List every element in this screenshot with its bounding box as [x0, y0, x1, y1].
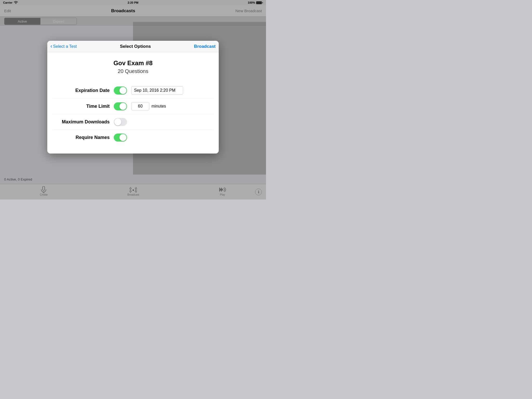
toggle-thumb: [119, 134, 127, 141]
exam-title: Gov Exam #8: [52, 59, 214, 67]
toggle-thumb: [119, 103, 127, 110]
require-names-toggle-container: [114, 134, 127, 142]
toggle-thumb: [114, 118, 121, 125]
require-names-toggle[interactable]: [114, 134, 127, 142]
time-limit-label: Time Limit: [52, 104, 110, 109]
back-chevron-icon: ‹: [50, 43, 52, 49]
time-limit-toggle[interactable]: [114, 102, 127, 110]
expiration-date-toggle[interactable]: [114, 87, 127, 95]
time-limit-extra: minutes: [131, 102, 208, 110]
expiration-date-row: Expiration Date: [52, 83, 214, 98]
time-limit-input[interactable]: [131, 102, 149, 110]
minutes-label: minutes: [151, 104, 166, 109]
time-limit-row: Time Limit minutes: [52, 98, 214, 114]
modal-title: Select Options: [120, 44, 151, 49]
broadcast-button[interactable]: Broadcast: [194, 44, 216, 49]
expiration-date-toggle-container: [114, 87, 127, 95]
options-list: Expiration Date Time Limit: [52, 83, 214, 145]
max-downloads-toggle[interactable]: [114, 118, 127, 126]
expiration-date-input[interactable]: [131, 86, 183, 95]
back-button[interactable]: ‹ Select a Test: [50, 44, 77, 49]
max-downloads-row: Maximum Downloads: [52, 114, 214, 130]
require-names-label: Require Names: [52, 135, 110, 140]
modal-nav: ‹ Select a Test Select Options Broadcast: [47, 41, 219, 52]
expiration-date-label: Expiration Date: [52, 88, 110, 93]
select-options-modal: ‹ Select a Test Select Options Broadcast…: [47, 41, 219, 154]
exam-subtitle: 20 Questions: [52, 68, 214, 74]
max-downloads-label: Maximum Downloads: [52, 119, 110, 125]
max-downloads-toggle-container: [114, 118, 127, 126]
time-limit-toggle-container: [114, 102, 127, 110]
expiration-date-extra: [131, 86, 208, 95]
require-names-row: Require Names: [52, 130, 214, 145]
modal-overlay: ‹ Select a Test Select Options Broadcast…: [0, 0, 266, 200]
modal-content: Gov Exam #8 20 Questions Expiration Date: [47, 52, 219, 154]
back-label: Select a Test: [53, 44, 77, 49]
toggle-thumb: [119, 87, 127, 94]
